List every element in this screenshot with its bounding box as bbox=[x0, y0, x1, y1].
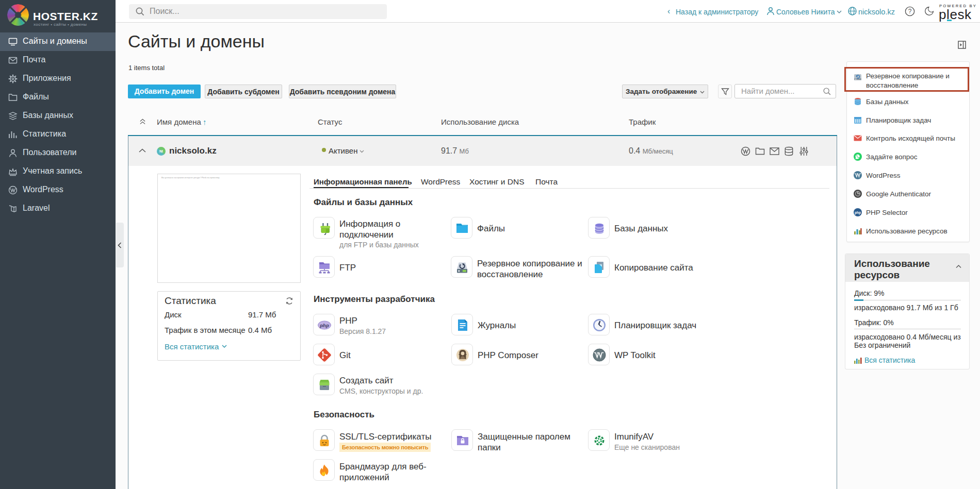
svg-text:php: php bbox=[319, 323, 329, 328]
svg-text:?: ? bbox=[908, 8, 912, 15]
svg-text:php: php bbox=[855, 211, 861, 215]
